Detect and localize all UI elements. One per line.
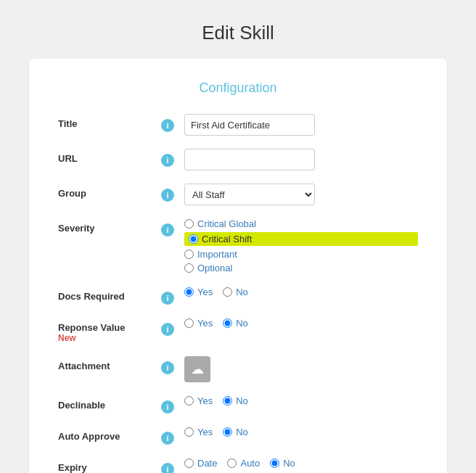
group-select[interactable]: All Staff Management Part Time: [184, 184, 315, 205]
url-label: URL: [58, 149, 160, 164]
declinable-no[interactable]: No: [223, 395, 248, 406]
upload-icon: ☁: [191, 361, 204, 377]
url-info-icon[interactable]: i: [161, 154, 174, 167]
url-row: URL i: [58, 149, 418, 170]
card-title: Configuration: [58, 81, 418, 96]
expiry-control: Date Auto No: [184, 458, 418, 469]
auto-approve-row: Auto Approve i Yes No: [58, 427, 418, 445]
declinable-control: Yes No: [184, 395, 418, 406]
group-info[interactable]: i: [160, 184, 176, 202]
declinable-label: Declinable: [58, 395, 160, 411]
group-row: Group i All Staff Management Part Time: [58, 184, 418, 205]
upload-button[interactable]: ☁: [184, 356, 210, 382]
severity-label: Severity: [58, 218, 160, 234]
reponse-value-info-icon[interactable]: i: [161, 323, 174, 336]
title-input[interactable]: [184, 114, 315, 136]
group-label: Group: [58, 184, 160, 199]
severity-critical-shift[interactable]: Critical Shift: [184, 232, 418, 246]
severity-critical-global[interactable]: Critical Global: [184, 218, 418, 229]
title-info[interactable]: i: [160, 114, 176, 132]
expiry-auto[interactable]: Auto: [227, 458, 260, 469]
reponse-value-yes[interactable]: Yes: [184, 318, 213, 329]
docs-required-info-icon[interactable]: i: [161, 292, 174, 305]
attachment-label: Attachment: [58, 356, 160, 371]
declinable-row: Declinable i Yes No: [58, 395, 418, 414]
severity-row: Severity i Critical Global Critical Shif…: [58, 218, 418, 273]
reponse-value-sub: New: [58, 333, 160, 343]
auto-approve-info[interactable]: i: [160, 427, 176, 445]
severity-optional[interactable]: Optional: [184, 263, 418, 273]
attachment-control: ☁: [184, 356, 418, 382]
severity-important[interactable]: Important: [184, 249, 418, 260]
group-control: All Staff Management Part Time: [184, 184, 418, 205]
attachment-info[interactable]: i: [160, 356, 176, 374]
docs-required-info[interactable]: i: [160, 287, 176, 305]
expiry-info[interactable]: i: [160, 458, 176, 473]
reponse-value-no[interactable]: No: [223, 318, 248, 329]
auto-approve-label: Auto Approve: [58, 427, 160, 442]
url-control: [184, 149, 418, 170]
declinable-yes[interactable]: Yes: [184, 395, 213, 406]
group-info-icon[interactable]: i: [161, 189, 174, 202]
docs-required-label: Docs Required: [58, 287, 160, 302]
title-control: [184, 114, 418, 136]
expiry-row: Expiry i Date Auto No: [58, 458, 418, 473]
title-row: Title i: [58, 114, 418, 136]
docs-required-row: Docs Required i Yes No: [58, 287, 418, 305]
reponse-value-control: Yes No: [184, 318, 418, 329]
attachment-info-icon[interactable]: i: [161, 361, 174, 374]
configuration-card: Configuration Title i URL i Group: [29, 59, 447, 473]
auto-approve-info-icon[interactable]: i: [161, 432, 174, 445]
auto-approve-yes[interactable]: Yes: [184, 427, 213, 437]
docs-required-yes[interactable]: Yes: [184, 287, 213, 297]
expiry-no[interactable]: No: [270, 458, 295, 469]
severity-control: Critical Global Critical Shift Important…: [184, 218, 418, 273]
declinable-info[interactable]: i: [160, 395, 176, 414]
reponse-value-label: Reponse Value New: [58, 318, 160, 343]
url-info[interactable]: i: [160, 149, 176, 167]
docs-required-control: Yes No: [184, 287, 418, 297]
auto-approve-no[interactable]: No: [223, 427, 248, 437]
severity-info-icon[interactable]: i: [161, 223, 174, 236]
reponse-value-info[interactable]: i: [160, 318, 176, 336]
auto-approve-control: Yes No: [184, 427, 418, 437]
docs-required-no[interactable]: No: [223, 287, 248, 297]
expiry-date[interactable]: Date: [184, 458, 217, 469]
page-container: Edit Skill Configuration Title i URL i G…: [15, 15, 461, 473]
expiry-label: Expiry: [58, 458, 160, 473]
declinable-info-icon[interactable]: i: [161, 400, 174, 414]
url-input[interactable]: [184, 149, 315, 170]
expiry-info-icon[interactable]: i: [161, 463, 174, 473]
reponse-value-row: Reponse Value New i Yes No: [58, 318, 418, 343]
title-label: Title: [58, 114, 160, 129]
page-title: Edit Skill: [15, 15, 461, 44]
attachment-row: Attachment i ☁: [58, 356, 418, 382]
title-info-icon[interactable]: i: [161, 119, 174, 132]
severity-info[interactable]: i: [160, 218, 176, 236]
